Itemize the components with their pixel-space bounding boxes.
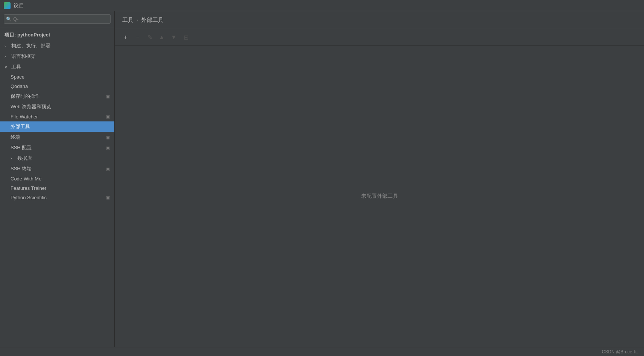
- sidebar-item-badge: ▣: [106, 167, 110, 171]
- sidebar-item-tools[interactable]: ∨ 工具: [0, 62, 114, 72]
- content-area: 未配置外部工具: [115, 45, 644, 347]
- move-down-button[interactable]: ▼: [169, 32, 179, 42]
- sidebar-item-label: 终端: [11, 134, 20, 141]
- title-bar-text: 设置: [14, 2, 23, 9]
- sidebar-item-label: SSH 配置: [11, 144, 32, 151]
- sidebar-item-label: Web 浏览器和预览: [11, 103, 51, 110]
- chevron-right-icon: ›: [5, 44, 9, 48]
- sidebar-item-label: SSH 终端: [11, 165, 32, 172]
- edit-button[interactable]: ✎: [145, 32, 155, 42]
- empty-message: 未配置外部工具: [361, 193, 398, 200]
- title-bar: 设置: [0, 0, 644, 11]
- breadcrumb-separator: ›: [137, 17, 138, 23]
- sidebar-item-languages[interactable]: › 语言和框架: [0, 51, 114, 62]
- sidebar-item-code-with-me[interactable]: Code With Me: [0, 174, 114, 183]
- sidebar-item-web-browser[interactable]: Web 浏览器和预览: [0, 101, 114, 112]
- sidebar: 🔍 项目: pythonProject › 构建、执行、部署 › 语言和框架 ∨: [0, 11, 115, 347]
- project-label: 项目: pythonProject: [0, 29, 114, 41]
- search-icon: 🔍: [6, 17, 12, 22]
- sidebar-item-terminal[interactable]: 终端 ▣: [0, 132, 114, 142]
- search-input[interactable]: [4, 14, 111, 24]
- sidebar-item-features-trainer[interactable]: Features Trainer: [0, 183, 114, 193]
- toolbar: + − ✎ ▲ ▼ ⊟: [115, 29, 644, 45]
- sidebar-item-badge: ▣: [106, 195, 110, 200]
- sidebar-item-label: File Watcher: [11, 114, 38, 120]
- search-wrapper: 🔍: [4, 14, 111, 24]
- sidebar-item-badge: ▣: [106, 114, 110, 119]
- main-panel: 工具 › 外部工具 + − ✎ ▲ ▼ ⊟ 未配置外部工具: [115, 11, 644, 347]
- sidebar-item-ssh-terminal[interactable]: SSH 终端 ▣: [0, 164, 114, 174]
- sidebar-item-save-actions[interactable]: 保存时的操作 ▣: [0, 91, 114, 101]
- sidebar-item-file-watcher[interactable]: File Watcher ▣: [0, 112, 114, 121]
- remove-button[interactable]: −: [133, 32, 143, 42]
- sidebar-item-label: 工具: [11, 64, 21, 70]
- sidebar-item-label: Qodana: [11, 83, 28, 89]
- sidebar-item-database[interactable]: › 数据库: [0, 153, 114, 164]
- search-bar: 🔍: [0, 11, 114, 27]
- chevron-right-icon: ›: [11, 156, 15, 161]
- app-icon: [4, 2, 11, 9]
- bottom-credit: CSDN @Bruce-li...: [602, 349, 639, 354]
- sidebar-item-badge: ▣: [106, 145, 110, 150]
- sidebar-item-python-scientific[interactable]: Python Scientific ▣: [0, 193, 114, 202]
- breadcrumb-parent: 工具: [122, 17, 134, 24]
- bottom-bar: CSDN @Bruce-li...: [0, 347, 644, 356]
- chevron-down-icon: ∨: [5, 65, 9, 69]
- breadcrumb: 工具 › 外部工具: [115, 11, 644, 29]
- copy-button[interactable]: ⊟: [181, 32, 191, 42]
- sidebar-item-qodana[interactable]: Qodana: [0, 82, 114, 91]
- sidebar-item-label: Python Scientific: [11, 195, 47, 200]
- breadcrumb-current: 外部工具: [141, 17, 164, 24]
- sidebar-item-label: 数据库: [17, 155, 32, 162]
- main-content: 🔍 项目: pythonProject › 构建、执行、部署 › 语言和框架 ∨: [0, 11, 644, 347]
- sidebar-item-build-deploy[interactable]: › 构建、执行、部署: [0, 41, 114, 51]
- sidebar-item-label: Features Trainer: [11, 185, 46, 191]
- sidebar-item-badge: ▣: [106, 94, 110, 99]
- move-up-button[interactable]: ▲: [157, 32, 167, 42]
- chevron-right-icon: ›: [5, 55, 9, 59]
- sidebar-item-ssh-config[interactable]: SSH 配置 ▣: [0, 142, 114, 153]
- sidebar-item-label: 外部工具: [11, 123, 30, 130]
- sidebar-item-label: Code With Me: [11, 176, 41, 182]
- sidebar-nav: 项目: pythonProject › 构建、执行、部署 › 语言和框架 ∨ 工…: [0, 27, 114, 347]
- sidebar-item-label: 保存时的操作: [11, 93, 40, 100]
- sidebar-item-label: 构建、执行、部署: [11, 42, 50, 49]
- sidebar-item-external-tools[interactable]: 外部工具: [0, 121, 114, 132]
- sidebar-item-label: 语言和框架: [11, 53, 36, 60]
- sidebar-item-badge: ▣: [106, 135, 110, 140]
- add-button[interactable]: +: [121, 32, 131, 42]
- sidebar-item-space[interactable]: Space: [0, 72, 114, 82]
- sidebar-item-label: Space: [11, 74, 24, 80]
